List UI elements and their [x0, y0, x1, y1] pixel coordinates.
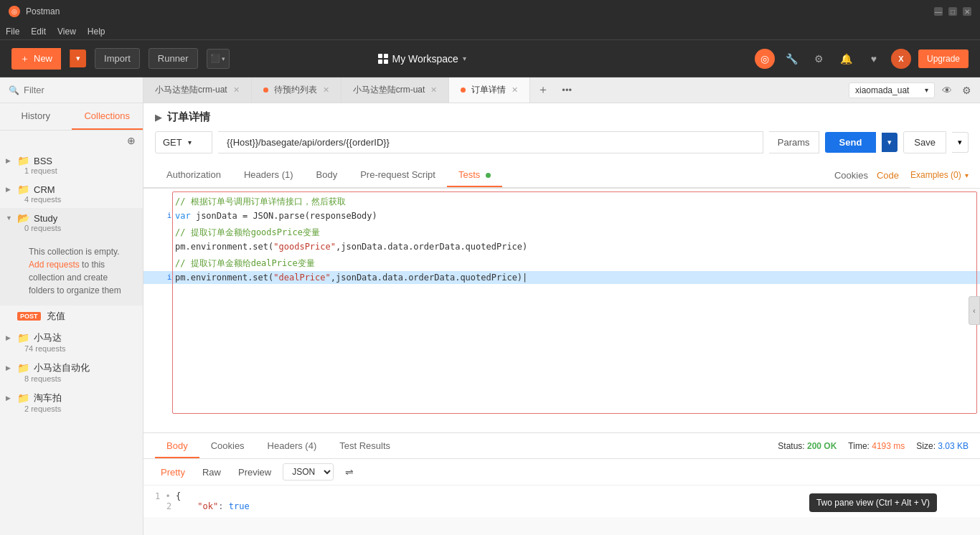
- request-title: 订单详情: [167, 110, 210, 124]
- workspace-switcher[interactable]: My Workspace ▾: [378, 53, 466, 65]
- examples-label: Examples (0): [910, 170, 961, 180]
- format-raw-button[interactable]: Raw: [197, 465, 227, 480]
- notification-icon-button[interactable]: 🔔: [837, 49, 857, 69]
- titlebar-left: ◎ Postman: [9, 6, 60, 17]
- tab-cookies[interactable]: Cookies: [834, 163, 868, 186]
- code-line: pm.environment.set("goodsPrice",jsonData…: [143, 240, 980, 253]
- environment-dropdown[interactable]: xiaomada_uat ▾: [849, 82, 935, 98]
- sidebar-tabs: History Collections: [0, 103, 143, 131]
- add-tab-button[interactable]: ＋: [530, 82, 556, 98]
- send-dropdown-button[interactable]: ▾: [882, 133, 897, 152]
- runner-button[interactable]: Runner: [149, 48, 198, 69]
- plus-icon: ＋: [20, 52, 29, 65]
- tab-waitingreservation[interactable]: 待预约列表 ✕: [252, 77, 341, 103]
- workspace-name: My Workspace: [392, 53, 458, 65]
- collapse-arrow-icon: ▼: [6, 214, 13, 222]
- code-line: // 提取订单金额给goodsPrice变量: [143, 225, 980, 240]
- format-preview-button[interactable]: Preview: [232, 465, 277, 480]
- save-button[interactable]: Save: [903, 131, 946, 153]
- maximize-button[interactable]: □: [948, 7, 957, 16]
- heart-icon-button[interactable]: ♥: [864, 49, 884, 69]
- settings-env-button[interactable]: ⚙: [959, 85, 974, 96]
- eye-icon-button[interactable]: 👁: [939, 85, 955, 96]
- menu-help[interactable]: Help: [88, 27, 105, 37]
- examples-link[interactable]: Examples (0) ▾: [910, 170, 980, 180]
- collapse-arrow-icon: ▶: [6, 364, 13, 371]
- tab-order-detail[interactable]: 订单详情 ✕: [449, 77, 530, 103]
- app-logo-text: ◎: [11, 8, 17, 15]
- sidebar-search-bar: 🔍: [0, 77, 143, 103]
- environment-selector-area: xiaomada_uat ▾ 👁 ⚙: [843, 82, 980, 98]
- workspace-chevron-icon: ▾: [463, 55, 466, 62]
- tab-xiaomada-crm2[interactable]: 小马达垫陆crm-uat ✕: [341, 77, 450, 103]
- tab-headers[interactable]: Headers (1): [232, 162, 305, 187]
- list-item[interactable]: ▶ 📁 淘车拍 2 requests: [0, 387, 143, 417]
- list-item[interactable]: ▶ 📁 CRM 4 requests: [0, 179, 143, 208]
- tab-close-icon[interactable]: ✕: [512, 85, 518, 95]
- request-tabs-bar: 小马达垫陆crm-uat ✕ 待预约列表 ✕ 小马达垫陆crm-uat ✕ 订单…: [143, 77, 980, 103]
- toolbar: ＋ New ▾ Import Runner ⬛▾ My Workspace ▾ …: [0, 40, 980, 77]
- list-item[interactable]: POST 充值: [0, 306, 143, 327]
- format-type-select[interactable]: JSON: [283, 463, 334, 480]
- upgrade-button[interactable]: Upgrade: [918, 49, 969, 68]
- close-button[interactable]: ✕: [963, 7, 971, 16]
- format-pretty-button[interactable]: Pretty: [155, 465, 191, 480]
- tab-xiaomada-crm1[interactable]: 小马达垫陆crm-uat ✕: [143, 77, 252, 103]
- response-tab-headers[interactable]: Headers (4): [256, 433, 329, 458]
- settings-icon-button[interactable]: ⚙: [809, 49, 829, 69]
- list-item[interactable]: ▼ 📂 Study 0 requests This collection is …: [0, 208, 143, 306]
- tab-modified-dot: [263, 87, 268, 93]
- new-dropdown-button[interactable]: ▾: [70, 49, 86, 67]
- new-collection-button[interactable]: ⊕: [127, 135, 136, 146]
- sidebar-tab-collections[interactable]: Collections: [72, 103, 143, 130]
- tab-body[interactable]: Body: [305, 162, 349, 187]
- tab-code[interactable]: Code: [877, 163, 899, 186]
- tab-close-icon[interactable]: ✕: [233, 85, 240, 95]
- sidebar-tab-history[interactable]: History: [0, 103, 72, 130]
- add-requests-link[interactable]: Add requests: [29, 260, 80, 270]
- tab-close-icon[interactable]: ✕: [430, 85, 437, 95]
- send-button[interactable]: Send: [825, 132, 877, 153]
- satellite-icon-button[interactable]: ◎: [755, 49, 775, 69]
- time-label: Time: 4193 ms: [848, 441, 905, 451]
- url-input[interactable]: [218, 131, 763, 153]
- menu-edit[interactable]: Edit: [31, 27, 46, 37]
- params-button[interactable]: Params: [769, 131, 819, 153]
- expand-arrow-icon[interactable]: ▶: [155, 113, 161, 123]
- tab-label: 订单详情: [471, 84, 506, 96]
- search-input[interactable]: [24, 85, 134, 95]
- toolbar-extra-button[interactable]: ⬛▾: [207, 49, 230, 69]
- tab-label: 小马达垫陆crm-uat: [353, 84, 425, 96]
- menu-view[interactable]: View: [57, 27, 76, 37]
- collapse-arrow-icon: ▶: [6, 334, 13, 341]
- code-line-selected: i pm.environment.set("dealPrice",jsonDat…: [143, 271, 980, 284]
- wrap-icon-button[interactable]: ⇌: [339, 464, 359, 480]
- minimize-button[interactable]: —: [934, 7, 943, 16]
- response-tab-testresults[interactable]: Test Results: [328, 433, 402, 458]
- list-item[interactable]: ▶ 📁 小马达 74 requests: [0, 327, 143, 357]
- more-tabs-button[interactable]: •••: [556, 85, 578, 95]
- tab-prerequest[interactable]: Pre-request Script: [349, 162, 447, 187]
- tests-active-dot: [486, 173, 491, 178]
- response-status-bar: Status: 200 OK Time: 4193 ms Size: 3.03 …: [778, 441, 969, 451]
- response-tab-cookies[interactable]: Cookies: [199, 433, 256, 458]
- save-dropdown-button[interactable]: ▾: [952, 132, 969, 153]
- folder-icon: 📁: [17, 332, 29, 344]
- tab-tests[interactable]: Tests: [447, 162, 502, 187]
- tab-close-icon[interactable]: ✕: [323, 85, 329, 95]
- response-tab-body[interactable]: Body: [155, 433, 199, 458]
- user-avatar[interactable]: X: [891, 49, 911, 69]
- right-panel-toggle-button[interactable]: ‹: [969, 296, 980, 325]
- wrench-icon-button[interactable]: 🔧: [782, 49, 802, 69]
- new-button[interactable]: ＋ New: [11, 48, 61, 70]
- line-info-icon: i: [164, 273, 175, 282]
- request-area: ▶ 订单详情 GET ▾ Params Send ▾ Save ▾ Author…: [143, 103, 980, 189]
- method-dropdown[interactable]: GET ▾: [155, 131, 212, 153]
- menu-file[interactable]: File: [6, 27, 19, 37]
- tab-authorization[interactable]: Authorization: [155, 162, 232, 187]
- list-item[interactable]: ▶ 📁 BSS 1 request: [0, 151, 143, 179]
- window-controls: — □ ✕: [934, 7, 971, 16]
- list-item[interactable]: ▶ 📁 小马达自动化 8 requests: [0, 357, 143, 387]
- import-button[interactable]: Import: [95, 48, 140, 69]
- code-editor[interactable]: // 根据订单号调用订单详情接口，然后获取 i var jsonData = J…: [143, 189, 980, 432]
